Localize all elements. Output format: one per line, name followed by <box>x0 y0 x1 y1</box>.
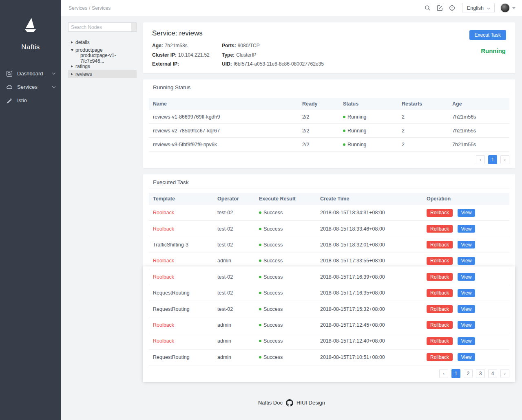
view-button[interactable]: View <box>458 337 476 345</box>
page-button-2[interactable]: 2 <box>464 369 473 378</box>
template-cell: Roolback <box>149 210 213 215</box>
table-row: reviews-v3-5fbf9f97f9-npv6k 2/2 Running … <box>149 138 509 152</box>
edit-icon[interactable] <box>434 2 446 14</box>
view-button[interactable]: View <box>458 289 476 297</box>
template-cell: RequestRouting <box>149 290 213 296</box>
section-title: Running Status <box>143 79 515 94</box>
rollback-button[interactable]: Rollback <box>427 257 453 265</box>
template-cell: Roolback <box>149 226 213 232</box>
rollback-button[interactable]: Rollback <box>427 273 453 281</box>
executed-task-pagination: ‹ 1 2 3 4 › <box>143 365 515 382</box>
execute-task-button[interactable]: Execut Task <box>469 30 506 40</box>
status-cell: Running <box>339 128 398 134</box>
page-button-4[interactable]: 4 <box>488 369 497 378</box>
rollback-button[interactable]: Rollback <box>427 289 453 297</box>
github-icon[interactable] <box>286 399 293 407</box>
divider <box>149 189 509 189</box>
rollback-button[interactable]: Rollback <box>427 241 453 248</box>
rollback-button[interactable]: Rollback <box>427 321 453 329</box>
prev-page-button[interactable]: ‹ <box>476 155 485 164</box>
tree-node-details[interactable]: details <box>68 38 137 46</box>
view-button[interactable]: View <box>458 321 476 329</box>
view-button[interactable]: View <box>458 241 476 248</box>
restarts-cell: 2 <box>398 142 448 147</box>
search-icon[interactable] <box>421 2 434 14</box>
pod-name-cell: reviews-v1-86699769ff-kgdh9 <box>149 114 298 120</box>
search-nodes-input[interactable] <box>69 23 131 31</box>
view-button[interactable]: View <box>458 305 476 313</box>
tree-node-label: productpage-v1-7fc7c946... <box>80 53 137 64</box>
template-cell: Roolback <box>149 322 213 328</box>
sidebar-item-services[interactable]: Services <box>0 80 61 94</box>
page-button-1[interactable]: 1 <box>488 155 497 164</box>
result-text: Success <box>263 306 283 312</box>
naftis-sailboat-logo-icon <box>0 16 61 35</box>
view-button[interactable]: View <box>458 225 476 233</box>
success-dot-icon <box>259 276 261 278</box>
operator-cell: admin <box>213 354 255 360</box>
chevron-down-icon <box>52 84 55 88</box>
rollback-button[interactable]: Rollback <box>427 337 453 345</box>
rollback-button[interactable]: Rollback <box>427 305 453 313</box>
operator-cell: admin <box>213 258 255 264</box>
operator-cell: admin <box>213 338 255 344</box>
executed-task-panel: Executed Task Template Operator Execute … <box>143 174 515 382</box>
pod-name-cell: reviews-v2-785b9fcc67-kqr67 <box>149 128 298 134</box>
result-cell: Success <box>255 274 316 280</box>
operator-cell: admin <box>213 322 255 328</box>
view-button[interactable]: View <box>458 209 476 217</box>
template-cell: Roolback <box>149 258 213 264</box>
col-create-time: Create Time <box>316 196 422 202</box>
naftis-doc-link[interactable]: Naftis Doc <box>258 400 283 406</box>
next-page-button[interactable]: › <box>500 155 509 164</box>
view-button[interactable]: View <box>458 257 476 265</box>
arrow-right-icon[interactable] <box>71 73 75 75</box>
create-time-cell: 2018-08-15T17:12:45+08:00 <box>316 322 422 328</box>
services-icon <box>6 84 13 90</box>
breadcrumb-separator: / <box>89 5 90 11</box>
result-text: Success <box>263 322 283 328</box>
status-cell: Running <box>339 142 398 147</box>
sidebar-item-dashboard[interactable]: Dashboard <box>0 67 61 80</box>
view-button[interactable]: View <box>458 273 476 281</box>
sidebar-item-label: Istio <box>17 97 55 103</box>
page-button-1[interactable]: 1 <box>451 369 460 378</box>
hiui-design-link[interactable]: HIUI Design <box>296 400 325 406</box>
page-button-3[interactable]: 3 <box>476 369 485 378</box>
operator-cell: test-02 <box>213 274 255 280</box>
avatar[interactable] <box>500 3 510 13</box>
success-dot-icon <box>259 308 261 310</box>
arrow-right-icon[interactable] <box>71 41 75 44</box>
rollback-button[interactable]: Rollback <box>427 209 453 217</box>
age-cell: 7h21m56s <box>448 114 509 120</box>
field-cluster-ip: Cluster IP:10.104.221.52 <box>152 52 222 58</box>
avatar-caret-icon[interactable] <box>512 7 515 9</box>
language-selector[interactable]: English <box>462 3 495 13</box>
table-row: RequestRouting test-02 Success 2018-08-1… <box>149 301 509 317</box>
col-ready: Ready <box>298 101 339 107</box>
table-row: Roolback admin Success 2018-08-15T17:33:… <box>149 253 509 269</box>
info-icon[interactable] <box>446 2 458 14</box>
prev-page-button[interactable]: ‹ <box>439 369 448 378</box>
result-text: Success <box>263 226 283 232</box>
success-dot-icon <box>259 228 261 230</box>
tree-node-reviews[interactable]: reviews <box>68 70 137 78</box>
success-dot-icon <box>259 244 261 246</box>
operation-cell: Rollback View <box>422 321 509 329</box>
rollback-button[interactable]: Rollback <box>427 353 453 361</box>
search-addon <box>131 23 136 31</box>
next-page-button[interactable]: › <box>500 369 509 378</box>
success-dot-icon <box>259 324 261 326</box>
result-cell: Success <box>255 242 316 248</box>
view-button[interactable]: View <box>458 353 476 361</box>
divider <box>149 94 509 94</box>
tree-node-productpage-v1[interactable]: productpage-v1-7fc7c946... <box>68 54 137 62</box>
table-row: Roolback admin Success 2018-08-15T17:12:… <box>149 317 509 333</box>
sidebar-item-istio[interactable]: Istio <box>0 94 61 107</box>
service-fields: Age:7h21m58s Ports:9080/TCP Cluster IP:1… <box>152 43 380 67</box>
breadcrumb-parent[interactable]: Services <box>69 5 87 11</box>
result-cell: Success <box>255 322 316 328</box>
rollback-button[interactable]: Rollback <box>427 225 453 233</box>
arrow-right-icon[interactable] <box>71 65 75 68</box>
arrow-down-icon[interactable] <box>71 49 75 51</box>
